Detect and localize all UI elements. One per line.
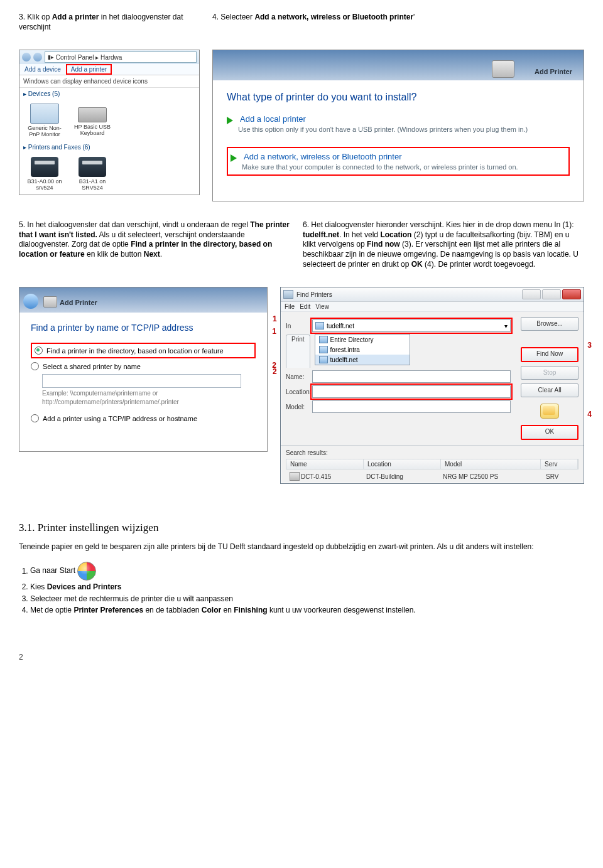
page-number: 2 [19, 653, 584, 662]
section-3-1-intro: Teneinde papier en geld te besparen zijn… [19, 542, 584, 552]
maximize-icon [542, 289, 561, 299]
dialog-header: Add Printer [535, 68, 572, 75]
radio-icon [31, 362, 39, 370]
stop-button: Stop [521, 366, 579, 380]
back-icon [23, 294, 38, 309]
directory-icon [319, 346, 328, 353]
example-text: Example: \\computername\printername or h… [42, 389, 256, 407]
step6-text: 6. Het dialoogvenster hieronder verschij… [303, 220, 584, 269]
keyboard-icon [78, 107, 107, 122]
screenshot-devices: ▮▸ Control Panel ▸ Hardwa Add a device A… [19, 50, 200, 195]
screenshot-find-printer: Add Printer Find a printer by name or TC… [19, 287, 268, 452]
dialog-title: Find a printer by name or TCP/IP address [31, 323, 256, 333]
hint-text: Windows can display enhanced device icon… [19, 75, 199, 88]
minimize-icon [522, 289, 541, 299]
dropdown-in: Entire Directory forest.intra tudelft.ne… [315, 334, 410, 365]
nav-back-icon [22, 53, 31, 62]
radio-find-directory: Find a printer in the directory, based o… [31, 343, 256, 358]
arrow-icon [231, 154, 237, 162]
shared-printer-input [42, 374, 241, 388]
ok-button: OK [521, 425, 579, 440]
step3-text: 3. Klik op Add a printer in het dialoogv… [19, 13, 200, 32]
printer-1: B31-A0.00 on srv524 [26, 157, 63, 191]
close-icon [562, 289, 581, 299]
step-item: Selecteer met de rechtermuis de printer … [30, 594, 584, 604]
printer-icon [31, 157, 58, 177]
find-now-button: Find Now [521, 347, 579, 362]
results-row: DCT-0.415 DCT-Building NRG MP C2500 PS S… [286, 469, 579, 483]
directory-icon [315, 322, 324, 330]
printer-icon [43, 296, 57, 308]
callout-4: 4 [587, 410, 592, 419]
field-in: In tudelft.net ▾ [286, 319, 511, 332]
radio-tcpip: Add a printer using a TCP/IP address or … [31, 414, 256, 422]
tab-add-device: Add a device [19, 64, 66, 75]
tab-printers: Print [286, 335, 310, 368]
dialog-header: Add Printer [60, 299, 97, 306]
screenshot-add-printer-type: Add Printer What type of printer do you … [212, 50, 584, 201]
key-icon [540, 404, 559, 419]
device-monitor: Generic Non-PnP Monitor [26, 104, 63, 137]
printer-2: B31-A1 on SRV524 [73, 157, 111, 191]
window-icon [283, 290, 293, 299]
printer-icon [79, 157, 106, 177]
step5-text: 5. In het dialoogvenster dat dan verschi… [19, 220, 290, 259]
results-header: Name Location Model Serv [286, 459, 579, 469]
field-name: Name: [286, 370, 511, 383]
option-local-printer: Add a local printer Use this option only… [227, 114, 570, 133]
printer-icon [492, 60, 514, 78]
nav-fwd-icon [33, 53, 42, 62]
menu-bar: FileEditView [281, 302, 584, 312]
monitor-icon [30, 104, 59, 124]
screenshot-find-printers-dialog: Find Printers FileEditView In [280, 287, 584, 484]
section-3-1-title: 3.1. Printer instellingen wijzigen [19, 522, 584, 534]
devices-section: ▸ Devices (5) [19, 88, 199, 100]
dialog-title: What type of printer do you want to inst… [227, 92, 570, 103]
callout-1: 1 [273, 314, 277, 323]
radio-icon [35, 346, 43, 355]
radio-icon [31, 414, 39, 422]
results-label: Search results: [286, 449, 579, 456]
device-keyboard: HP Basic USB Keyboard [73, 104, 111, 137]
directory-icon [319, 336, 328, 343]
callout-3: 3 [587, 341, 592, 350]
directory-icon [319, 356, 328, 363]
option-network-printer: Add a network, wireless or Bluetooth pri… [227, 147, 570, 176]
step4-text: 4. Selecteer Add a network, wireless or … [212, 13, 584, 23]
windows-start-icon [77, 562, 96, 581]
steps-list: Ga naar Start Kies Devices and Printers … [30, 562, 584, 615]
field-model: Model: [286, 400, 511, 413]
callout-1: 1 [272, 327, 276, 336]
step-item: Kies Devices and Printers [30, 582, 584, 592]
window-title: Find Printers [296, 291, 332, 298]
step-item: Met de optie Printer Preferences en de t… [30, 605, 584, 615]
browse-button: Browse... [521, 317, 579, 331]
printers-section: ▸ Printers and Faxes (6) [19, 141, 199, 153]
step-item: Ga naar Start [30, 562, 584, 581]
tab-add-printer: Add a printer [66, 64, 112, 75]
clear-all-button: Clear All [521, 383, 579, 397]
callout-2: 2 [273, 367, 277, 376]
printer-icon [290, 472, 300, 481]
arrow-icon [227, 117, 233, 124]
field-location: Location: [286, 385, 511, 398]
radio-shared-printer: Select a shared printer by name [31, 362, 256, 370]
breadcrumb: ▮▸ Control Panel ▸ Hardwa [45, 51, 197, 63]
